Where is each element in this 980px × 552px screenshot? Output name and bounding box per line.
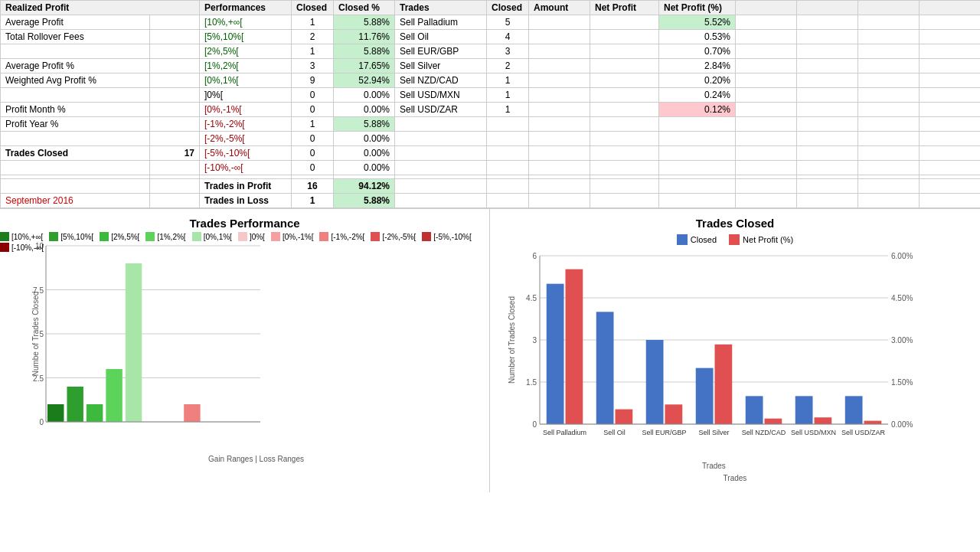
trade-amount-cell (529, 88, 590, 103)
svg-rect-38 (596, 312, 614, 424)
extra-cell (920, 179, 981, 194)
legend-label: [-5%,-10%[ (433, 233, 471, 241)
svg-rect-53 (845, 396, 863, 424)
trade-net-profit-pct-cell: 5.52% (659, 15, 736, 30)
perf-closed-cell: 0 (292, 146, 334, 161)
trade-net-profit-cell (590, 73, 659, 88)
extra-cell (736, 44, 797, 59)
extra-cell (920, 103, 981, 117)
extra-cell (858, 146, 920, 161)
closed-header: Closed (292, 1, 334, 15)
trade-closed-cell: 1 (487, 103, 529, 117)
svg-text:4.5: 4.5 (526, 294, 537, 302)
trade-name-cell (395, 179, 487, 194)
trade-amount-cell (529, 161, 590, 175)
right-legend-label: Net Profit (%) (743, 235, 793, 244)
perf-pct-cell: 0.00% (334, 88, 395, 103)
extra-cell (858, 73, 920, 88)
extra-cell (797, 44, 858, 59)
perf-pct-cell: 0.00% (334, 161, 395, 175)
legend-label: [-10%,-∞[ (11, 243, 44, 252)
perf-closed-cell: 1 (292, 15, 334, 30)
legend-label: [1%,2%[ (157, 233, 185, 241)
trade-closed-cell (487, 132, 529, 146)
extra-cell (736, 161, 797, 175)
right-legend-item: Net Profit (%) (729, 234, 793, 245)
left-label-cell: September 2016 (1, 194, 150, 208)
left-value-cell (150, 88, 200, 103)
trade-net-profit-cell (590, 179, 659, 194)
extra-cell (797, 15, 858, 30)
extra-cell (797, 146, 858, 161)
perf-closed-cell: 0 (292, 161, 334, 175)
perf-pct-cell: 5.88% (334, 15, 395, 30)
chart-right-legend: ClosedNet Profit (%) (498, 234, 972, 245)
trade-amount-cell (529, 132, 590, 146)
perf-pct-cell: 0.00% (334, 103, 395, 117)
extra-cell (797, 179, 858, 194)
trade-net-profit-pct-cell (659, 117, 736, 132)
extra-cell (920, 117, 981, 132)
chart-left-xlabel: Gain Ranges | Loss Ranges (31, 455, 482, 463)
perf-range-cell: [5%,10%[ (200, 30, 292, 44)
chart-right-title: Trades Closed (498, 217, 972, 230)
svg-rect-41 (646, 340, 664, 424)
trade-net-profit-cell (590, 30, 659, 44)
left-label-cell (1, 88, 150, 103)
svg-text:1.5: 1.5 (526, 378, 537, 387)
trade-closed-cell (487, 161, 529, 175)
perf-pct-cell: 5.88% (334, 117, 395, 132)
perf-header: Performances (200, 1, 292, 15)
extra-cell (797, 30, 858, 44)
legend-color (238, 232, 247, 241)
legend-color (422, 232, 431, 241)
perf-closed-cell: 1 (292, 194, 334, 208)
extra-col3 (858, 1, 920, 15)
legend-label: [-2%,-5%[ (382, 233, 416, 241)
svg-text:6: 6 (532, 252, 537, 260)
col1-header: Realized Profit (1, 1, 200, 15)
legend-color (49, 232, 58, 241)
svg-rect-44 (696, 368, 714, 424)
chart-right-xlabel: Trades (498, 474, 972, 482)
extra-cell (797, 73, 858, 88)
perf-range-cell: Trades in Loss (200, 194, 292, 208)
svg-rect-13 (87, 404, 103, 422)
legend-item: [-2%,-5%[ (371, 232, 416, 241)
extra-cell (736, 15, 797, 30)
extra-cell (858, 15, 920, 30)
legend-color (371, 232, 380, 241)
legend-color (145, 232, 155, 241)
svg-text:Sell NZD/CAD: Sell NZD/CAD (742, 429, 786, 436)
legend-label: [0%,1%[ (204, 233, 232, 241)
extra-cell (858, 103, 920, 117)
trades-closed-chart: Trades Closed ClosedNet Profit (%) 01.53… (490, 209, 980, 492)
perf-pct-cell: 11.76% (334, 30, 395, 44)
left-value-cell (150, 161, 200, 175)
svg-rect-50 (795, 396, 813, 424)
svg-text:1.50%: 1.50% (891, 378, 913, 387)
extra-cell (920, 132, 981, 146)
left-label-cell: Profit Month % (1, 103, 150, 117)
left-value-cell (150, 179, 200, 194)
trade-name-cell (395, 117, 487, 132)
legend-color (0, 243, 9, 252)
extra-cell (736, 103, 797, 117)
trades-closed-header: Closed (487, 1, 529, 15)
left-label-cell: Weighted Avg Profit % (1, 73, 150, 88)
trade-net-profit-cell (590, 161, 659, 175)
perf-range-cell: [0%,-1%[ (200, 103, 292, 117)
legend-color (0, 232, 9, 241)
extra-cell (736, 73, 797, 88)
trade-amount-cell (529, 179, 590, 194)
perf-range-cell: [1%,2%[ (200, 59, 292, 73)
trade-net-profit-cell (590, 59, 659, 73)
extra-cell (858, 30, 920, 44)
svg-rect-51 (815, 417, 832, 424)
extra-cell (797, 161, 858, 175)
trade-name-cell: Sell Palladium (395, 15, 487, 30)
svg-rect-48 (765, 419, 782, 424)
perf-closed-cell: 0 (292, 103, 334, 117)
trade-amount-cell (529, 59, 590, 73)
bottom-section: Trades Performance [10%,+∞[[5%,10%[[2%,5… (0, 209, 980, 492)
